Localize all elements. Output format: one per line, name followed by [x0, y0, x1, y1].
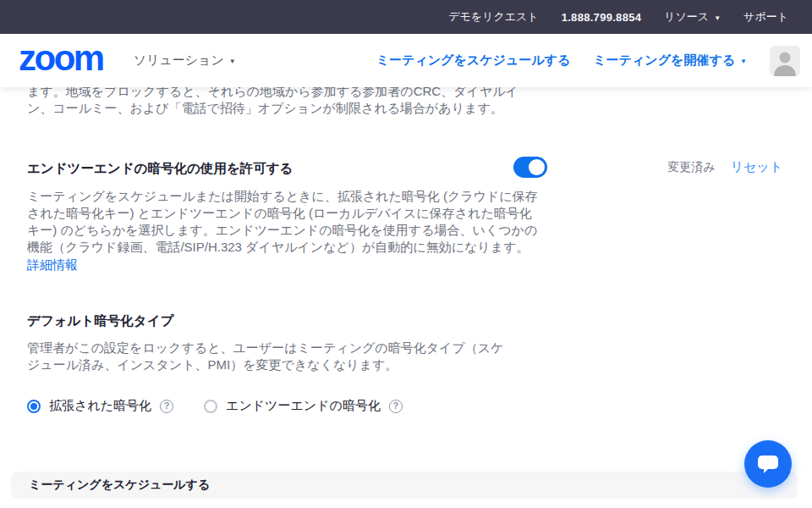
paragraph-line: ン、コールミー、および「電話で招待」オプションが制限される場合があります。: [27, 100, 518, 117]
chat-bubble-icon: [757, 454, 779, 475]
chat-fab-button[interactable]: [744, 440, 792, 488]
help-icon[interactable]: ?: [389, 400, 403, 413]
clipped-paragraph: ます。地域をブロックすると、それらの地域から参加する参加者のCRC、ダイヤルイ …: [27, 83, 518, 117]
chevron-down-icon: ▼: [714, 14, 721, 22]
zoom-settings-page: デモをリクエスト 1.888.799.8854 リソース ▼ サポート zoom…: [0, 0, 812, 508]
phone-link[interactable]: 1.888.799.8854: [562, 11, 642, 24]
support-link[interactable]: サポート: [743, 9, 788, 25]
e2e-setting-title: エンドツーエンドの暗号化の使用を許可する: [27, 160, 293, 178]
resources-menu[interactable]: リソース ▼: [664, 9, 721, 25]
section-header-title: ミーティングをスケジュールする: [29, 478, 210, 493]
radio-option-enhanced-encryption[interactable]: 拡張された暗号化 ?: [27, 398, 173, 414]
setting-status-row: 変更済み リセット: [667, 159, 782, 175]
user-avatar[interactable]: [770, 46, 800, 76]
host-meeting-label: ミーティングを開催する: [593, 52, 735, 69]
e2e-setting-description: ミーティングをスケジュールまたは開始するときに、拡張された暗号化 (クラウドに保…: [27, 188, 538, 273]
description-line: 管理者がこの設定をロックすると、ユーザーはミーティングの暗号化タイプ（スケ: [27, 340, 503, 356]
chevron-down-icon: ▼: [229, 58, 236, 65]
header-right: ミーティングをスケジュールする ミーティングを開催する ▼: [376, 46, 800, 76]
solutions-label: ソリューション: [134, 52, 224, 69]
description-line: された暗号化キー) とエンドツーエンドの暗号化 (ローカルデバイスに保存された暗…: [27, 205, 538, 222]
host-meeting-menu[interactable]: ミーティングを開催する ▼: [593, 52, 747, 69]
solutions-menu[interactable]: ソリューション ▼: [134, 52, 236, 69]
learn-more-link[interactable]: 詳細情報: [27, 257, 78, 273]
modified-badge: 変更済み: [667, 160, 715, 175]
person-icon: [770, 47, 800, 76]
zoom-logo[interactable]: zoom: [19, 41, 103, 76]
resources-label: リソース: [664, 9, 709, 25]
radio-selected-icon: [27, 400, 41, 413]
topbar: デモをリクエスト 1.888.799.8854 リソース ▼ サポート: [0, 0, 812, 34]
description-line: キー) のどちらかを選択します。エンドツーエンドの暗号化を使用する場合、いくつか…: [27, 222, 538, 239]
radio-label: 拡張された暗号化: [49, 398, 151, 414]
description-line: 機能（クラウド録画、電話/SIP/H.323 ダイヤルインなど）が自動的に無効に…: [27, 239, 538, 256]
schedule-meeting-section-header: ミーティングをスケジュールする: [11, 472, 798, 499]
chevron-down-icon: ▼: [740, 58, 747, 65]
default-encryption-title: デフォルト暗号化タイプ: [27, 312, 173, 330]
help-icon[interactable]: ?: [160, 400, 173, 413]
e2e-encryption-toggle[interactable]: [513, 157, 547, 178]
schedule-meeting-link[interactable]: ミーティングをスケジュールする: [376, 52, 571, 69]
request-demo-link[interactable]: デモをリクエスト: [448, 9, 538, 25]
description-line: ジュール済み、インスタント、PMI）を変更できなくなります。: [27, 356, 503, 373]
description-line: ミーティングをスケジュールまたは開始するときに、拡張された暗号化 (クラウドに保…: [27, 188, 538, 205]
encryption-type-radio-group: 拡張された暗号化 ? エンドツーエンドの暗号化 ?: [27, 398, 403, 414]
toggle-knob: [529, 159, 545, 175]
radio-label: エンドツーエンドの暗号化: [226, 398, 381, 414]
site-header: zoom ソリューション ▼ ミーティングをスケジュールする ミーティングを開催…: [0, 34, 812, 87]
radio-unselected-icon: [204, 400, 217, 413]
default-encryption-description: 管理者がこの設定をロックすると、ユーザーはミーティングの暗号化タイプ（スケ ジュ…: [27, 340, 503, 373]
radio-option-e2e-encryption[interactable]: エンドツーエンドの暗号化 ?: [204, 398, 403, 414]
reset-link[interactable]: リセット: [731, 159, 782, 175]
